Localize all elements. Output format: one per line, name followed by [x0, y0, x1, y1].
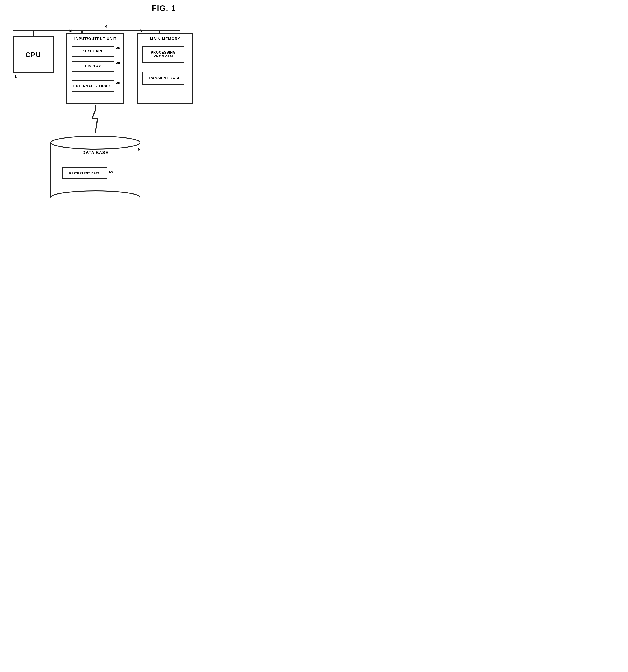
display-label: DISPLAY	[85, 64, 101, 68]
mm-ref: 3	[140, 28, 142, 32]
keyboard-box: KEYBOARD	[72, 46, 115, 57]
cpu-label: CPU	[25, 51, 41, 59]
persistent-data-ref: 5a	[109, 170, 113, 174]
persistent-data-box: PERSISTENT DATA	[62, 167, 107, 179]
external-storage-label: EXTERNAL STORAGE	[73, 84, 113, 88]
persistent-data-label: PERSISTENT DATA	[69, 172, 100, 175]
io-unit-box: 2 INPUT/OUTPUT UNIT KEYBOARD DISPLAY EXT…	[67, 33, 124, 104]
connector-cpu	[32, 30, 34, 37]
cpu-box: CPU	[13, 37, 54, 73]
io-ref: 2	[70, 28, 72, 32]
database-label: DATA BASE	[50, 150, 141, 155]
display-box: DISPLAY	[72, 61, 115, 72]
external-storage-box: EXTERNAL STORAGE	[72, 80, 115, 92]
display-ref: 2b	[116, 61, 120, 65]
mm-title: MAIN MEMORY	[138, 37, 192, 41]
processing-program-box: PROCESSINGPROGRAM	[142, 46, 184, 63]
svg-point-4	[51, 136, 140, 149]
cpu-ref: 1	[15, 75, 17, 79]
database-ref: 5	[138, 148, 140, 151]
figure-title: FIG. 1	[152, 4, 176, 13]
keyboard-ref: 2a	[116, 46, 120, 50]
external-storage-ref: 2c	[116, 81, 120, 85]
connector-mm	[159, 30, 160, 33]
main-memory-box: 3 MAIN MEMORY PROCESSINGPROGRAM TRANSIEN…	[137, 33, 193, 104]
transient-data-label: TRANSIENT DATA	[147, 76, 179, 80]
database-cylinder	[50, 132, 141, 198]
bus-line	[13, 30, 180, 31]
keyboard-label: KEYBOARD	[82, 49, 104, 53]
io-title: INPUT/OUTPUT UNIT	[67, 37, 124, 41]
connector-io	[81, 30, 82, 33]
bus-label: 4	[105, 24, 107, 29]
transient-data-box: TRANSIENT DATA	[142, 72, 184, 85]
lightning-connector	[86, 105, 105, 133]
processing-program-label: PROCESSINGPROGRAM	[151, 51, 176, 58]
